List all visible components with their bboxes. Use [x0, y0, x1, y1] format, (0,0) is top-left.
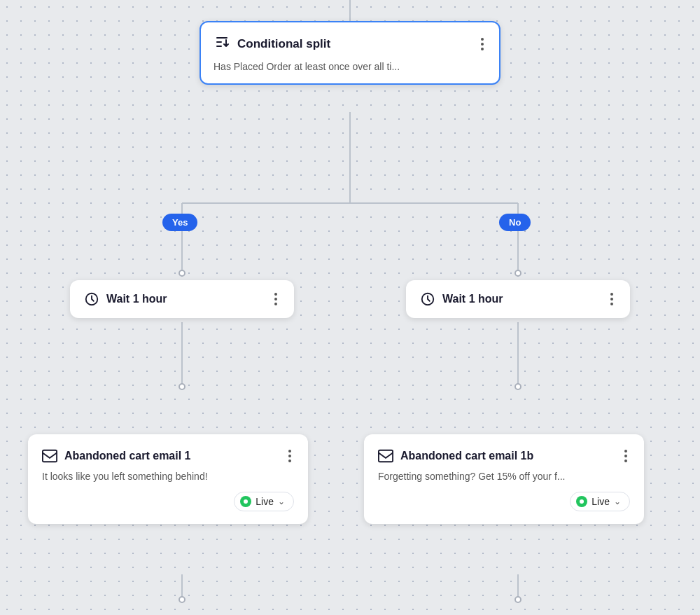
wait-no-content: Wait 1 hour — [420, 291, 616, 307]
wait-yes-label: Wait 1 hour — [106, 293, 167, 305]
wait-no-card[interactable]: Wait 1 hour — [406, 280, 630, 318]
connector-dot-no-bottom — [514, 383, 522, 390]
email-right-status-badge[interactable]: Live ⌄ — [570, 492, 630, 511]
workflow-canvas: Conditional split Has Placed Order at le… — [0, 0, 700, 615]
connector-dot-yes-bottom — [178, 383, 186, 390]
email-right-more-button[interactable] — [622, 448, 630, 464]
connector-dot-no-end — [514, 596, 522, 603]
conditional-split-card[interactable]: Conditional split Has Placed Order at le… — [200, 21, 500, 85]
email-right-subtitle: Forgetting something? Get 15% off your f… — [378, 471, 630, 482]
clock-icon-yes — [84, 291, 99, 307]
connector-dot-yes-top — [178, 270, 186, 277]
conditional-split-icon — [214, 34, 230, 54]
email-right-header: Abandoned cart email 1b — [378, 448, 630, 464]
email-left-status-badge[interactable]: Live ⌄ — [234, 492, 294, 511]
connector-dot-no-top — [514, 270, 522, 277]
email-left-header: Abandoned cart email 1 — [42, 448, 294, 464]
email-right-title-row: Abandoned cart email 1b — [378, 449, 533, 463]
status-dot-right — [576, 496, 587, 507]
email-left-card[interactable]: Abandoned cart email 1 It looks like you… — [28, 434, 308, 524]
chevron-down-icon-left: ⌄ — [278, 497, 285, 506]
conditional-card-header: Conditional split — [214, 34, 486, 54]
status-dot-left — [240, 496, 251, 507]
email-right-footer: Live ⌄ — [378, 492, 630, 511]
email-right-card[interactable]: Abandoned cart email 1b Forgetting somet… — [364, 434, 644, 524]
envelope-icon-right — [378, 449, 393, 463]
wait-yes-content: Wait 1 hour — [84, 291, 280, 307]
no-branch-label[interactable]: No — [499, 214, 531, 231]
email-left-footer: Live ⌄ — [42, 492, 294, 511]
connector-dot-yes-end — [178, 596, 186, 603]
email-left-title-row: Abandoned cart email 1 — [42, 449, 191, 463]
email-left-title: Abandoned cart email 1 — [64, 450, 191, 462]
email-left-more-button[interactable] — [286, 448, 294, 464]
conditional-split-subtitle: Has Placed Order at least once over all … — [214, 61, 486, 72]
conditional-more-button[interactable] — [478, 36, 486, 52]
conditional-title-row: Conditional split — [214, 34, 330, 54]
wait-yes-card[interactable]: Wait 1 hour — [70, 280, 294, 318]
wait-no-more-button[interactable] — [608, 291, 616, 307]
email-left-status-text: Live — [255, 496, 274, 507]
svg-rect-11 — [43, 450, 57, 462]
email-right-title: Abandoned cart email 1b — [400, 450, 533, 462]
email-left-subtitle: It looks like you left something behind! — [42, 471, 294, 482]
chevron-down-icon-right: ⌄ — [614, 497, 621, 506]
conditional-split-title: Conditional split — [237, 37, 330, 51]
wait-no-left: Wait 1 hour — [420, 291, 503, 307]
envelope-icon-left — [42, 449, 57, 463]
wait-yes-left: Wait 1 hour — [84, 291, 167, 307]
yes-branch-label[interactable]: Yes — [162, 214, 197, 231]
wait-no-label: Wait 1 hour — [442, 293, 503, 305]
svg-rect-12 — [379, 450, 393, 462]
clock-icon-no — [420, 291, 435, 307]
email-right-status-text: Live — [592, 496, 610, 507]
wait-yes-more-button[interactable] — [272, 291, 280, 307]
